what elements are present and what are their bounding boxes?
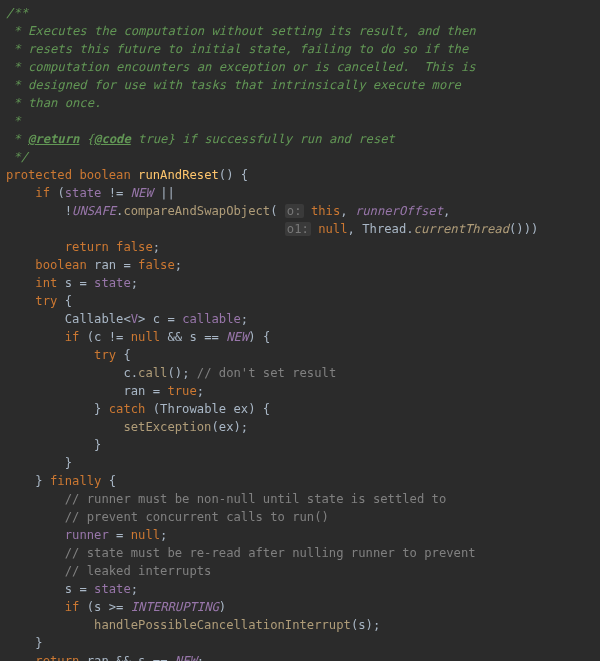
- const-unsafe: UNSAFE: [72, 204, 116, 218]
- javadoc-line: */: [6, 150, 28, 164]
- keyword-return: return: [35, 654, 79, 661]
- const-new: NEW: [226, 330, 248, 344]
- local-ran: ran: [94, 258, 116, 272]
- keyword-protected: protected: [6, 168, 72, 182]
- keyword-try: try: [94, 348, 116, 362]
- class-callable: Callable: [65, 312, 124, 326]
- javadoc-line: * designed for use with tasks that intri…: [6, 78, 461, 92]
- const-interrupting: INTERRUPTING: [131, 600, 219, 614]
- local-s: s: [138, 654, 145, 661]
- keyword-if: if: [35, 186, 50, 200]
- javadoc-line: * than once.: [6, 96, 101, 110]
- comment-nonnull-2: // prevent concurrent calls to run(): [65, 510, 329, 524]
- javadoc-code-tag: @code: [94, 132, 131, 146]
- field-callable: callable: [182, 312, 241, 326]
- method-name: runAndReset: [138, 168, 219, 182]
- code-editor[interactable]: /** * Executes the computation without s…: [0, 0, 600, 661]
- javadoc-line: * computation encounters an exception or…: [6, 60, 476, 74]
- javadoc-line: * resets this future to initial state, f…: [6, 42, 468, 56]
- call-set-exception: setException: [123, 420, 211, 434]
- call-call: call: [138, 366, 167, 380]
- call-current-thread: currentThread: [414, 222, 509, 236]
- class-thread: Thread: [362, 222, 406, 236]
- local-ran: ran: [123, 384, 145, 398]
- comment-nonnull-1: // runner must be non-null until state i…: [65, 492, 447, 506]
- call-handle-interrupt: handlePossibleCancellationInterrupt: [94, 618, 351, 632]
- javadoc-line: * @return {@code true} if successfully r…: [6, 132, 395, 146]
- keyword-boolean: boolean: [79, 168, 130, 182]
- keyword-false: false: [138, 258, 175, 272]
- const-new: NEW: [131, 186, 153, 200]
- keyword-if: if: [65, 600, 80, 614]
- keyword-null: null: [131, 330, 160, 344]
- inlay-hint: o1:: [285, 222, 311, 236]
- inlay-hint: o:: [285, 204, 304, 218]
- field-state: state: [94, 582, 131, 596]
- keyword-if: if: [65, 330, 80, 344]
- keyword-try: try: [35, 294, 57, 308]
- local-s: s: [65, 582, 72, 596]
- keyword-boolean: boolean: [35, 258, 86, 272]
- call-cas: compareAndSwapObject: [123, 204, 270, 218]
- local-ex: ex: [234, 402, 249, 416]
- local-s: s: [65, 276, 72, 290]
- javadoc-line: * Executes the computation without setti…: [6, 24, 476, 38]
- comment-reread-2: // leaked interrupts: [65, 564, 212, 578]
- local-c: c: [94, 330, 101, 344]
- local-ex: ex: [219, 420, 234, 434]
- local-c: c: [123, 366, 130, 380]
- const-runner-offset: runnerOffset: [355, 204, 443, 218]
- keyword-true: true: [167, 384, 196, 398]
- local-ran: ran: [87, 654, 109, 661]
- type-param-v: V: [131, 312, 138, 326]
- keyword-false: false: [116, 240, 153, 254]
- comment-reread-1: // state must be re-read after nulling r…: [65, 546, 476, 560]
- local-s: s: [358, 618, 365, 632]
- const-new: NEW: [175, 654, 197, 661]
- comment-dont-set: // don't set result: [197, 366, 336, 380]
- javadoc-line: /**: [6, 6, 28, 20]
- class-throwable: Throwable: [160, 402, 226, 416]
- javadoc-line: *: [6, 114, 21, 128]
- keyword-int: int: [35, 276, 57, 290]
- keyword-return: return: [65, 240, 109, 254]
- javadoc-return-tag: @return: [28, 132, 79, 146]
- field-state: state: [94, 276, 131, 290]
- inlay-value-null: null: [318, 222, 347, 236]
- keyword-finally: finally: [50, 474, 101, 488]
- keyword-null: null: [131, 528, 160, 542]
- field-state: state: [65, 186, 102, 200]
- local-c: c: [153, 312, 160, 326]
- local-s: s: [190, 330, 197, 344]
- inlay-value-this: this: [311, 204, 340, 218]
- local-s: s: [94, 600, 101, 614]
- field-runner: runner: [65, 528, 109, 542]
- keyword-catch: catch: [109, 402, 146, 416]
